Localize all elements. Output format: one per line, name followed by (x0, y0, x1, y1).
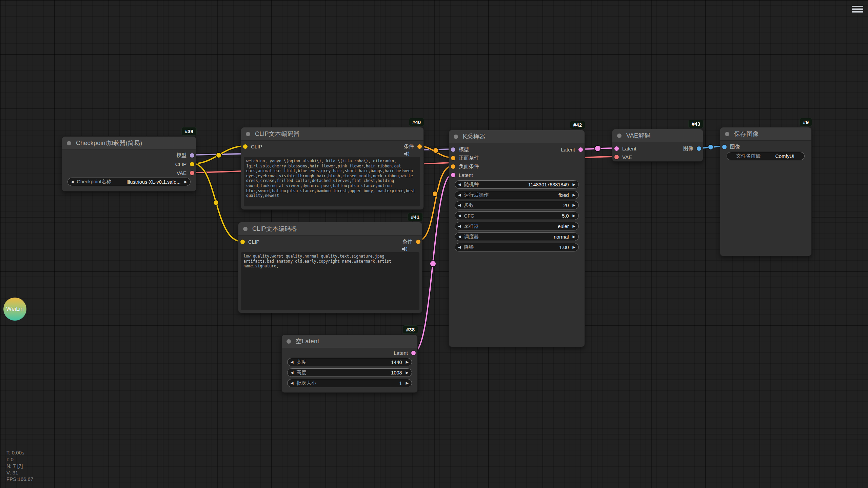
node-title-bar[interactable]: CLIP文本编码器 (238, 222, 422, 236)
speaker-icon[interactable] (402, 246, 408, 251)
node-save-image[interactable]: #9 保存图像 图像 文件名前缀 ComfyUI (720, 127, 812, 256)
speaker-icon[interactable] (404, 151, 410, 156)
input-latent[interactable]: Latent (614, 146, 636, 151)
input-model[interactable]: 模型 (451, 147, 469, 152)
node-clip-text-encode-negative[interactable]: #41 CLIP文本编码器 CLIP 条件 low quality,worst … (238, 222, 422, 313)
input-image[interactable]: 图像 (722, 144, 740, 149)
node-vae-decode[interactable]: #43 VAE解码 Latent VAE 图像 (612, 129, 703, 162)
seed-widget[interactable]: ◀ 随机种 114830176381849 ▶ (455, 180, 579, 189)
node-title-bar[interactable]: VAE解码 (612, 129, 703, 142)
decrement-arrow-icon[interactable]: ◀ (458, 214, 461, 218)
increment-arrow-icon[interactable]: ▶ (184, 180, 187, 184)
input-vae[interactable]: VAE (614, 154, 632, 160)
increment-arrow-icon[interactable]: ▶ (573, 235, 575, 239)
conditioning-port-icon[interactable] (416, 239, 421, 244)
collapse-dot-icon[interactable] (67, 141, 71, 145)
decrement-arrow-icon[interactable]: ◀ (458, 245, 461, 249)
link-midpoint-dot[interactable] (432, 191, 438, 197)
vae-port-icon[interactable] (190, 170, 195, 176)
image-port-icon[interactable] (696, 146, 702, 151)
node-checkpoint-loader[interactable]: #39 Checkpoint加载器(简易) 模型 CLIP VAE ◀ Chec… (62, 136, 196, 191)
node-empty-latent[interactable]: #38 空Latent Latent ◀ 宽度 1440 ▶ ◀ 高度 1008… (281, 334, 418, 393)
image-port-icon[interactable] (722, 144, 727, 149)
weilin-plugin-badge[interactable]: WeiLin (3, 298, 26, 321)
link-midpoint-dot[interactable] (213, 200, 219, 205)
link-midpoint-dot[interactable] (708, 144, 713, 150)
filename-prefix-widget[interactable]: 文件名前缀 ComfyUI (727, 152, 805, 160)
output-vae[interactable]: VAE (177, 170, 195, 176)
input-clip[interactable]: CLIP (243, 144, 262, 149)
increment-arrow-icon[interactable]: ▶ (573, 183, 575, 186)
cfg-widget[interactable]: ◀ CFG 5.0 ▶ (455, 211, 579, 220)
node-title-bar[interactable]: CLIP文本编码器 (241, 127, 423, 141)
decrement-arrow-icon[interactable]: ◀ (291, 371, 293, 374)
node-title-bar[interactable]: K采样器 (449, 130, 585, 143)
collapse-dot-icon[interactable] (725, 132, 729, 136)
node-title-bar[interactable]: 空Latent (282, 335, 417, 348)
conditioning-port-icon[interactable] (417, 144, 422, 149)
increment-arrow-icon[interactable]: ▶ (573, 203, 575, 207)
node-title-bar[interactable]: 保存图像 (720, 127, 811, 141)
output-conditioning[interactable]: 条件 (404, 144, 422, 149)
decrement-arrow-icon[interactable]: ◀ (458, 224, 461, 228)
output-conditioning[interactable]: 条件 (402, 239, 421, 244)
increment-arrow-icon[interactable]: ▶ (573, 224, 575, 228)
node-title-bar[interactable]: Checkpoint加载器(简易) (62, 137, 196, 150)
collapse-dot-icon[interactable] (243, 227, 248, 231)
increment-arrow-icon[interactable]: ▶ (573, 245, 575, 249)
output-model[interactable]: 模型 (176, 152, 195, 158)
width-widget[interactable]: ◀ 宽度 1440 ▶ (287, 358, 412, 366)
steps-widget[interactable]: ◀ 步数 20 ▶ (455, 201, 579, 209)
vae-port-icon[interactable] (614, 155, 619, 160)
collapse-dot-icon[interactable] (617, 134, 622, 138)
control-after-generate-widget[interactable]: ◀ 运行后操作 fixed ▶ (455, 191, 579, 199)
output-latent[interactable]: Latent (394, 350, 416, 355)
increment-arrow-icon[interactable]: ▶ (406, 360, 409, 364)
menu-hamburger-icon[interactable] (852, 6, 863, 14)
sampler-widget[interactable]: ◀ 采样器 euler ▶ (455, 222, 579, 230)
positive-prompt-textarea[interactable]: welchino, yanyo \(ogino atsuki\), kita \… (244, 157, 420, 206)
denoise-widget[interactable]: ◀ 降噪 1.00 ▶ (455, 243, 579, 251)
decrement-arrow-icon[interactable]: ◀ (71, 180, 74, 184)
checkpoint-name-widget[interactable]: ◀ Checkpoint名称 Illustrious-XL-v0.1.safe.… (67, 178, 191, 186)
model-port-icon[interactable] (190, 153, 195, 158)
increment-arrow-icon[interactable]: ▶ (573, 214, 575, 218)
node-clip-text-encode-positive[interactable]: #40 CLIP文本编码器 CLIP 条件 welchino, yanyo \(… (241, 127, 424, 210)
link-midpoint-dot[interactable] (430, 261, 436, 267)
node-ksampler[interactable]: #42 K采样器 模型 正面条件 负面条件 Latent Latent ◀ 随机… (449, 130, 585, 347)
decrement-arrow-icon[interactable]: ◀ (291, 381, 293, 385)
input-clip[interactable]: CLIP (240, 239, 259, 244)
negative-prompt-textarea[interactable]: low quality,worst quality,normal quality… (241, 252, 419, 310)
decrement-arrow-icon[interactable]: ◀ (291, 360, 293, 364)
increment-arrow-icon[interactable]: ▶ (406, 381, 409, 385)
comfyui-graph-canvas[interactable]: #39 Checkpoint加载器(简易) 模型 CLIP VAE ◀ Chec… (0, 0, 868, 488)
latent-port-icon[interactable] (578, 147, 583, 152)
latent-port-icon[interactable] (614, 146, 619, 151)
latent-port-icon[interactable] (451, 172, 456, 178)
latent-port-icon[interactable] (411, 350, 416, 355)
link-midpoint-dot[interactable] (595, 145, 601, 151)
conditioning-port-icon[interactable] (451, 164, 456, 169)
conditioning-port-icon[interactable] (451, 156, 456, 161)
height-widget[interactable]: ◀ 高度 1008 ▶ (287, 368, 412, 377)
decrement-arrow-icon[interactable]: ◀ (458, 193, 461, 197)
input-negative-conditioning[interactable]: 负面条件 (451, 164, 479, 169)
input-positive-conditioning[interactable]: 正面条件 (451, 155, 479, 161)
collapse-dot-icon[interactable] (246, 132, 250, 136)
link-midpoint-dot[interactable] (433, 148, 438, 153)
output-image[interactable]: 图像 (683, 146, 702, 151)
increment-arrow-icon[interactable]: ▶ (406, 371, 409, 374)
clip-port-icon[interactable] (190, 162, 195, 167)
clip-port-icon[interactable] (240, 239, 245, 244)
link-midpoint-dot[interactable] (216, 152, 221, 158)
output-clip[interactable]: CLIP (175, 161, 195, 167)
decrement-arrow-icon[interactable]: ◀ (458, 183, 461, 186)
output-latent[interactable]: Latent (561, 147, 583, 152)
collapse-dot-icon[interactable] (287, 339, 291, 344)
model-port-icon[interactable] (451, 147, 456, 152)
decrement-arrow-icon[interactable]: ◀ (458, 235, 461, 239)
decrement-arrow-icon[interactable]: ◀ (458, 203, 461, 207)
scheduler-widget[interactable]: ◀ 调度器 normal ▶ (455, 232, 579, 241)
clip-port-icon[interactable] (243, 144, 248, 149)
increment-arrow-icon[interactable]: ▶ (573, 193, 575, 197)
